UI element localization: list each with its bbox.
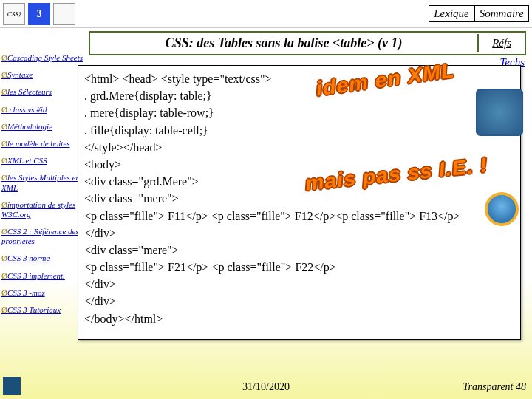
sidebar-item[interactable]: ØSyntaxe xyxy=(1,70,89,80)
top-links: Lexique Sommaire xyxy=(429,5,532,22)
sidebar-item[interactable]: ØCascading Style Sheets xyxy=(1,53,89,63)
sidebar-item[interactable]: ØCSS 3 -moz xyxy=(1,288,89,298)
bullet-icon: Ø xyxy=(1,227,7,236)
code-block: <html> <head> <style type="text/css"> . … xyxy=(78,65,521,340)
sidebar-item[interactable]: Øimportation de styles W3C.org xyxy=(1,200,89,219)
bullet-icon: Ø xyxy=(1,288,7,297)
bullet-icon: Ø xyxy=(1,271,7,280)
bullet-icon: Ø xyxy=(1,87,7,96)
sidebar-item[interactable]: ØMéthodologie xyxy=(1,122,89,132)
css-logo: CSS} xyxy=(3,3,25,25)
lexique-link[interactable]: Lexique xyxy=(429,5,474,22)
sidebar-item[interactable]: ØCSS 3 norme xyxy=(1,253,89,263)
sidebar-item[interactable]: ØCSS 2 : Référence des propriétés xyxy=(1,227,89,246)
sidebar-item[interactable]: ØCSS 3 Tutoriaux xyxy=(1,305,89,315)
bullet-icon: Ø xyxy=(1,156,7,165)
footer-page-number: Transparent 48 xyxy=(463,381,526,393)
logo-group: CSS} 3 xyxy=(0,1,78,27)
bullet-icon: Ø xyxy=(1,305,7,314)
bullet-icon: Ø xyxy=(1,200,7,209)
css3-badge-icon: 3 xyxy=(28,3,50,25)
sidebar-item[interactable]: Øles Sélecteurs xyxy=(1,87,89,97)
bullet-icon: Ø xyxy=(1,53,7,62)
top-bar: CSS} 3 Lexique Sommaire xyxy=(0,0,532,28)
sidebar-item[interactable]: ØCSS 3 implement. xyxy=(1,271,89,281)
sommaire-link[interactable]: Sommaire xyxy=(474,5,529,22)
footer-date: 31/10/2020 xyxy=(242,381,290,393)
gear-icon xyxy=(476,89,523,136)
footer-logo-icon xyxy=(3,377,21,395)
sidebar-item[interactable]: Øle modèle de boites xyxy=(1,139,89,149)
logo-spacer xyxy=(53,3,75,25)
sidebar-item[interactable]: Ø.class vs #id xyxy=(1,105,89,115)
page-title: CSS: des Tables sans la balise <table> (… xyxy=(90,33,477,54)
bullet-icon: Ø xyxy=(1,253,7,262)
ie-logo-icon xyxy=(485,192,519,226)
refs-link[interactable]: Réfs xyxy=(477,34,525,52)
bullet-icon: Ø xyxy=(1,70,7,79)
sidebar-item[interactable]: ØXML et CSS xyxy=(1,156,89,166)
bullet-icon: Ø xyxy=(1,122,7,131)
sidebar-item[interactable]: Øles Styles Multiples en XML xyxy=(1,173,89,192)
title-bar: CSS: des Tables sans la balise <table> (… xyxy=(89,31,526,55)
sidebar: ØCascading Style Sheets ØSyntaxe Øles Sé… xyxy=(0,52,89,322)
bullet-icon: Ø xyxy=(1,139,7,148)
bullet-icon: Ø xyxy=(1,173,7,182)
bullet-icon: Ø xyxy=(1,105,7,114)
